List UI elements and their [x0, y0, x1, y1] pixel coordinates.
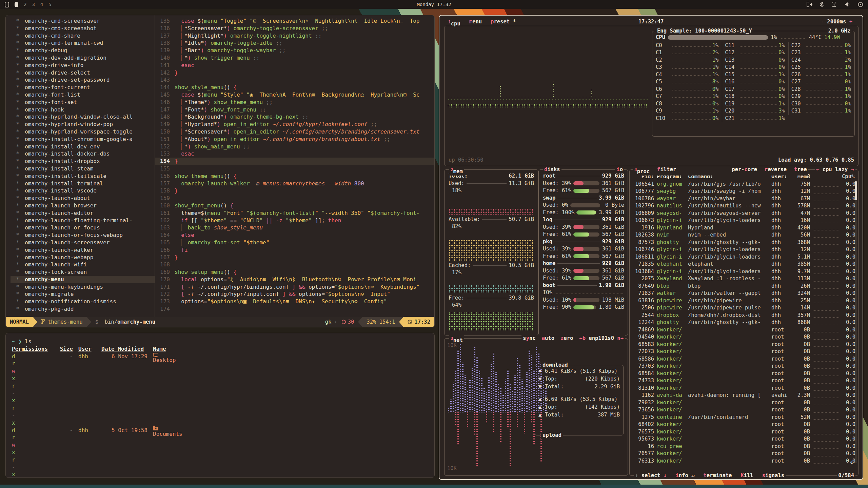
- proc-row[interactable]: 106809swayosd-/usr/bin/swayosd-serverdhh…: [633, 210, 855, 217]
- file-item[interactable]: *omarchy-drive-info: [11, 62, 155, 69]
- file-item[interactable]: *omarchy-install-chromium-google-a: [11, 136, 155, 143]
- code-line[interactable]: 142}: [155, 69, 434, 77]
- proc-row[interactable]: 71835elephantelephantdhh385M0.0: [633, 261, 855, 268]
- file-item[interactable]: *omarchy-launch-browser: [11, 202, 155, 209]
- file-item[interactable]: *omarchy-launch-about: [11, 195, 155, 202]
- proc-row[interactable]: 102796nautilus/usr/bin/nautilus --newdhh…: [633, 202, 855, 210]
- preset-button[interactable]: preset *: [491, 18, 516, 28]
- code-line[interactable]: 149 ▏*Hyprland*) open_in_editor ~/.confi…: [155, 121, 434, 128]
- file-item[interactable]: *omarchy-font-set: [11, 99, 155, 106]
- terminal-window[interactable]: ~ ❯ lsPermissionsSizeUserDate ModifiedNa…: [5, 333, 435, 478]
- file-item[interactable]: *omarchy-launch-editor: [11, 209, 155, 217]
- proc-row[interactable]: 72073kworker/root0B0.0: [633, 348, 855, 355]
- code-line[interactable]: 162 if [[ "$theme" == "CNCLD" || -z "$th…: [155, 217, 434, 224]
- proc-row[interactable]: 76577kworker/root0B0.0: [633, 450, 855, 458]
- proc-row[interactable]: 94540kworker/root0B0.0: [633, 333, 855, 341]
- proc-row[interactable]: 63816pipewire/usr/bin/pipewiredhh25M0.0: [633, 297, 855, 305]
- code-line[interactable]: 166 fi: [155, 246, 434, 254]
- proc-row[interactable]: 1275containe/usr/bin/containerdroot52M0.…: [633, 414, 855, 421]
- proc-row[interactable]: 87649btopbtopdhh26M0.0: [633, 283, 855, 290]
- signals-button[interactable]: signals: [762, 472, 784, 480]
- proc-row[interactable]: 68584kworker/root0B0.0: [633, 370, 855, 378]
- file-item[interactable]: *omarchy-launch-or-focus-webapp: [11, 231, 155, 239]
- file-item[interactable]: *omarchy-font-current: [11, 84, 155, 91]
- proc-row[interactable]: 73703kworker/root0B0.0: [633, 363, 855, 370]
- file-item[interactable]: *omarchy-launch-or-focus: [11, 224, 155, 231]
- code-line[interactable]: 151 ▏*About*) open_in_editor ~/.config/o…: [155, 136, 434, 143]
- proc-row[interactable]: 1162avahi-daavahi-daemon: running [avahi…: [633, 392, 855, 399]
- proc-row[interactable]: 74733kworker/root0B0.0: [633, 377, 855, 385]
- sort-selector[interactable]: ← cpu lazy →: [815, 166, 855, 174]
- update-interval[interactable]: - 2000ms +: [821, 18, 852, 26]
- editor-window[interactable]: *omarchy-cmd-screensaver*omarchy-cmd-scr…: [5, 15, 435, 327]
- proc-row[interactable]: 1916HyprlandHyprlanddhh420M0.0: [633, 224, 855, 232]
- file-item[interactable]: *omarchy-launch-webapp: [11, 254, 155, 261]
- code-line[interactable]: 159: [155, 195, 434, 202]
- proc-row[interactable]: 68586kworker/root0B0.0: [633, 355, 855, 363]
- code-line[interactable]: 158}: [155, 187, 434, 195]
- code-line[interactable]: 165 ▏ omarchy-font-set "$theme": [155, 239, 434, 246]
- file-item[interactable]: *omarchy-hyprland-window-close-all: [11, 113, 155, 121]
- shell-prompt[interactable]: ~ ❯ ls: [12, 338, 428, 345]
- proc-row[interactable]: 16rcu_preeroot0B0.0: [633, 443, 855, 450]
- file-item[interactable]: *omarchy-font-list: [11, 91, 155, 99]
- proc-row[interactable]: 76575kworker/root0B0.0: [633, 428, 855, 436]
- file-list-pane[interactable]: *omarchy-cmd-screensaver*omarchy-cmd-scr…: [6, 15, 155, 317]
- file-item[interactable]: *omarchy-dev-add-migration: [11, 54, 155, 62]
- filter-button[interactable]: filter: [657, 166, 676, 176]
- code-line[interactable]: 163 ▏ back_to show_style_menu: [155, 224, 434, 231]
- code-line[interactable]: 172 [ -f ~/.config/hypr/input.conf ] && …: [155, 290, 434, 298]
- code-line[interactable]: 143: [155, 76, 434, 84]
- proc-row[interactable]: 2506pipewire/usr/bin/pipewire-pulsedhh14…: [633, 304, 855, 312]
- proc-row[interactable]: 68402kworker/root0B0.0: [633, 421, 855, 428]
- code-line[interactable]: 150 ▏*Screensaver*) open_in_editor ~/.co…: [155, 128, 434, 136]
- file-item[interactable]: *omarchy-cmd-screenshot: [11, 25, 155, 32]
- tab-cpu[interactable]: 1cpu: [448, 18, 460, 28]
- proc-row[interactable]: 106746glycin-i/usr/lib/glycin-loadersdhh…: [633, 246, 855, 253]
- cpu-tray-icon[interactable]: [858, 2, 863, 7]
- shell-output[interactable]: ~ ❯ lsPermissionsSizeUserDate ModifiedNa…: [6, 333, 434, 478]
- file-item[interactable]: *omarchy-notification-dismiss: [11, 298, 155, 305]
- file-item[interactable]: *omarchy-hyprland-workspace-toggle: [11, 128, 155, 136]
- clock[interactable]: Monday 17:32: [0, 2, 868, 7]
- file-item[interactable]: *omarchy-launch-wifi: [11, 261, 155, 268]
- proc-row[interactable]: 71837walker/usr/bin/walker --gappldhh324…: [633, 290, 855, 297]
- file-item[interactable]: *omarchy-install-terminal: [11, 180, 155, 187]
- volume-icon[interactable]: [845, 2, 850, 7]
- terminate-button[interactable]: terminate: [703, 472, 732, 480]
- info-button[interactable]: info ↵: [675, 472, 694, 480]
- code-line[interactable]: 137 ▏*Nightlight*) omarchy-toggle-nightl…: [155, 32, 434, 40]
- logout-icon[interactable]: [807, 2, 812, 7]
- code-line[interactable]: 141 esac: [155, 62, 434, 69]
- proc-row[interactable]: 106541org.gnom/usr/bin/gjs /usr/lib/odhh…: [633, 181, 855, 188]
- bluetooth-icon[interactable]: [820, 2, 824, 7]
- code-line[interactable]: 136 ▏*Screensaver*) omarchy-toggle-scree…: [155, 25, 434, 32]
- code-line[interactable]: 167}: [155, 254, 434, 261]
- proc-row[interactable]: 2544dropbox/home/dhh/.dropbox-distdhh357…: [633, 312, 855, 319]
- reverse-toggle[interactable]: reverse: [765, 166, 787, 176]
- file-item[interactable]: *omarchy-drive-select: [11, 69, 155, 77]
- proc-row[interactable]: 2075XwaylandXwayland :1 -rootless -dhh11…: [633, 275, 855, 283]
- code-line[interactable]: 161 theme=$(menu "Font" "$(omarchy-font-…: [155, 209, 434, 217]
- code-line[interactable]: 144show_style_menu() {: [155, 84, 434, 91]
- proc-row[interactable]: 103684glycin-i/usr/lib/glycin-loadersdhh…: [633, 268, 855, 276]
- file-item[interactable]: *omarchy-drive-set-password: [11, 76, 155, 84]
- net-zero-toggle[interactable]: zero: [560, 335, 573, 342]
- proc-row[interactable]: 106777swaybg/usr/bin/swaybg -i /homdhh12…: [633, 188, 855, 195]
- file-item[interactable]: *omarchy-pkg-add: [11, 305, 155, 313]
- proc-row[interactable]: 102638nvimnvim --embeddhh56M0.0: [633, 231, 855, 239]
- code-line[interactable]: 148 ▏*Background*) omarchy-theme-bg-next…: [155, 113, 434, 121]
- file-item[interactable]: *omarchy-menu: [11, 276, 155, 283]
- code-line[interactable]: 153 esac: [155, 150, 434, 158]
- file-item[interactable]: *omarchy-migrate: [11, 290, 155, 298]
- code-line[interactable]: 145 case $(menu "Style" "◉ Theme\nA Font…: [155, 91, 434, 99]
- io-toggle[interactable]: io: [615, 166, 624, 174]
- select-hint[interactable]: ↑ select ↓: [635, 472, 667, 480]
- file-item[interactable]: *omarchy-launch-walker: [11, 246, 155, 254]
- net-interface-selector[interactable]: ←b enp191s0 n→: [579, 335, 624, 342]
- kill-button[interactable]: Kill: [741, 472, 753, 480]
- code-line[interactable]: 152 ▏*) show_main_menu ;;: [155, 143, 434, 150]
- proc-row[interactable]: 74869kworker/root0B0.0: [633, 326, 855, 334]
- code-line[interactable]: 164 else: [155, 231, 434, 239]
- file-item[interactable]: *omarchy-hyprland-window-pop: [11, 121, 155, 128]
